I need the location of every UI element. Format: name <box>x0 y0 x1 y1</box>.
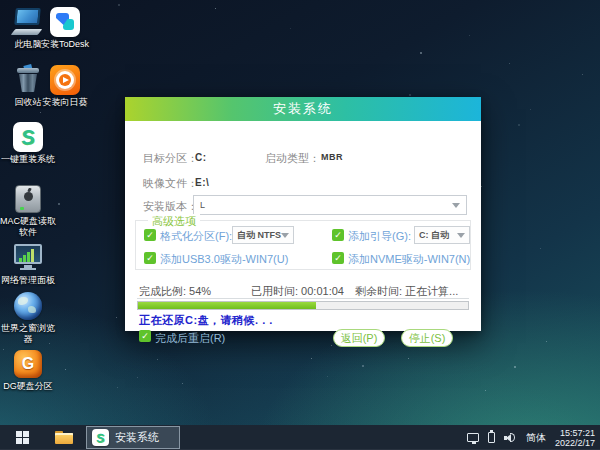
chevron-down-icon <box>452 203 460 208</box>
desktop-icon-todesk[interactable]: 安装ToDesk <box>37 6 93 50</box>
advanced-options-group: 高级选项 格式化分区(F): 自动 NTFS 添加引导(G): C: 自动 添加… <box>135 220 471 270</box>
todesk-icon <box>48 6 82 38</box>
clock-date: 2022/2/17 <box>555 438 595 448</box>
usb3-driver-label: 添加USB3.0驱动-WIN7(U) <box>160 252 288 267</box>
dialog-title: 安装系统 <box>273 100 333 118</box>
back-button-label: 返回(P) <box>341 331 378 346</box>
clock-time: 15:57:21 <box>555 428 595 438</box>
desktop-icon-label: DG硬盘分区 <box>0 381 56 392</box>
sunflower-icon <box>48 64 82 96</box>
divider <box>137 298 469 299</box>
target-partition-label: 目标分区： <box>143 151 198 166</box>
boot-type-value: MBR <box>321 152 343 162</box>
desktop-icon-label: 安装ToDesk <box>37 39 93 50</box>
progress-elapsed-text: 已用时间: 00:01:04 <box>251 284 344 299</box>
stop-button[interactable]: 停止(S) <box>401 329 453 347</box>
reinstall-system-icon <box>92 429 109 446</box>
desktop-icon-sunflower[interactable]: 安装向日葵 <box>37 64 93 108</box>
desktop-icon-label: 安装向日葵 <box>37 97 93 108</box>
globe-browser-icon <box>11 290 45 322</box>
dialog-titlebar[interactable]: 安装系统 <box>125 97 481 121</box>
format-partition-checkbox[interactable] <box>144 229 156 241</box>
reinstall-system-icon <box>11 121 45 153</box>
taskbar-task-install-system[interactable]: 安装系统 <box>86 426 180 449</box>
desktop-icon-label: 一键重装系统 <box>0 154 56 165</box>
network-tray-icon[interactable] <box>467 433 479 442</box>
desktop-icon-browser[interactable]: 世界之窗浏览器 <box>0 290 56 345</box>
volume-tray-icon[interactable] <box>504 432 517 443</box>
boot-type-label: 启动类型： <box>265 151 320 166</box>
format-partition-label: 格式化分区(F): <box>160 229 232 244</box>
progress-fill <box>138 302 316 309</box>
system-tray: 简体 15:57:21 2022/2/17 <box>467 425 597 450</box>
add-boot-checkbox[interactable] <box>332 229 344 241</box>
dialog-body: 目标分区： C: 启动类型： MBR 映像文件： E:\ 安装版本： L 高级选… <box>125 121 481 331</box>
add-boot-select[interactable]: C: 自动 <box>414 226 470 244</box>
ime-indicator[interactable]: 简体 <box>526 431 546 445</box>
nvme-driver-label: 添加NVME驱动-WIN7(N) <box>348 252 470 267</box>
desktop-icon-label: 网络管理面板 <box>0 275 56 286</box>
diskgenius-icon <box>11 348 45 380</box>
desktop-icon-mac-disk[interactable]: MAC硬盘读取软件 <box>0 183 56 238</box>
nvme-driver-checkbox[interactable] <box>332 252 344 264</box>
image-file-value: E:\ <box>195 177 209 188</box>
chevron-down-icon <box>281 233 289 238</box>
taskbar-clock[interactable]: 15:57:21 2022/2/17 <box>555 428 597 448</box>
chevron-down-icon <box>457 233 465 238</box>
format-mode-value: 自动 NTFS <box>237 229 281 242</box>
format-mode-select[interactable]: 自动 NTFS <box>232 226 294 244</box>
install-version-combobox[interactable]: L <box>193 195 467 215</box>
taskbar-task-label: 安装系统 <box>115 430 159 445</box>
desktop-icon-label: MAC硬盘读取软件 <box>0 216 56 238</box>
image-file-label: 映像文件： <box>143 176 198 191</box>
desktop-icon-network-panel[interactable]: 网络管理面板 <box>0 242 56 286</box>
file-explorer-button[interactable] <box>46 425 82 450</box>
progress-percent-text: 完成比例: 54% <box>139 284 211 299</box>
network-panel-icon <box>11 242 45 274</box>
folder-icon <box>55 431 73 444</box>
install-system-dialog: 安装系统 目标分区： C: 启动类型： MBR 映像文件： E:\ 安装版本： … <box>125 97 481 331</box>
windows-logo-icon <box>16 431 29 444</box>
stop-button-label: 停止(S) <box>409 331 446 346</box>
add-boot-value: C: 自动 <box>419 229 457 242</box>
install-version-label: 安装版本： <box>143 199 198 214</box>
status-text: 正在还原C:盘，请稍候. . . <box>139 313 273 328</box>
progress-remaining-text: 剩余时间: 正在计算... <box>355 284 458 299</box>
target-partition-value: C: <box>195 152 207 163</box>
add-boot-label: 添加引导(G): <box>348 229 411 244</box>
desktop: 此电脑 安装ToDesk 回收站 安装向日葵 一键重装系统 MAC硬盘读取软件 … <box>0 0 600 450</box>
taskbar: 安装系统 简体 15:57:21 2022/2/17 <box>0 425 600 450</box>
restart-after-label: 完成后重启(R) <box>155 331 225 346</box>
desktop-icon-diskgenius[interactable]: DG硬盘分区 <box>0 348 56 392</box>
progress-bar <box>137 301 469 310</box>
usb-tray-icon[interactable] <box>488 432 495 443</box>
install-version-value: L <box>200 200 452 210</box>
restart-after-checkbox[interactable] <box>139 330 151 342</box>
back-button[interactable]: 返回(P) <box>333 329 385 347</box>
desktop-icon-label: 世界之窗浏览器 <box>0 323 56 345</box>
usb3-driver-checkbox[interactable] <box>144 252 156 264</box>
advanced-options-label: 高级选项 <box>148 214 200 229</box>
desktop-icon-reinstall[interactable]: 一键重装系统 <box>0 121 56 165</box>
mac-disk-icon <box>11 183 45 215</box>
start-button[interactable] <box>0 425 44 450</box>
